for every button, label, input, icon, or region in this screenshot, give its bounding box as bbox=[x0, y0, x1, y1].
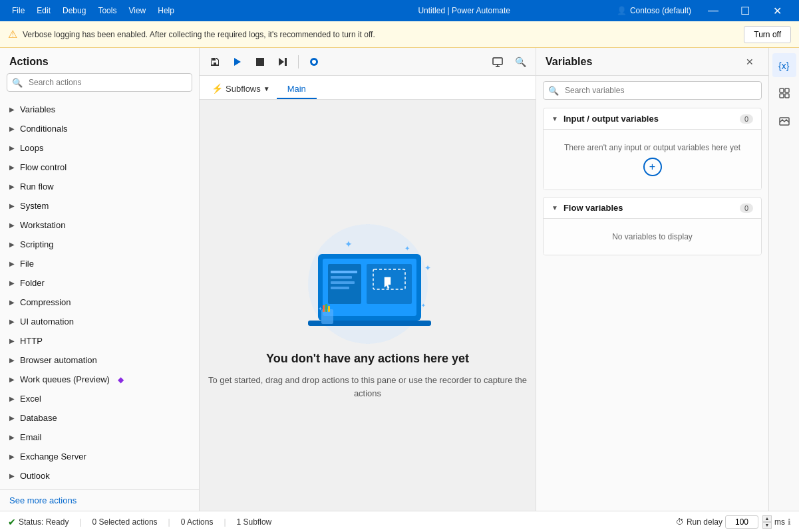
category-outlook[interactable]: ▶ Outlook bbox=[0, 466, 199, 485]
category-loops[interactable]: ▶ Loops bbox=[0, 138, 199, 158]
chevron-right-icon: ▶ bbox=[9, 106, 15, 113]
chevron-right-icon: ▶ bbox=[9, 260, 15, 267]
chevron-down-icon: ▼ bbox=[263, 85, 270, 92]
flow-variables-section-body: No variables to display bbox=[544, 219, 761, 255]
category-label: Work queues (Preview) bbox=[20, 374, 110, 384]
category-label: Excel bbox=[20, 394, 41, 404]
category-label: Browser automation bbox=[20, 355, 97, 365]
ui-elements-toggle[interactable] bbox=[772, 81, 796, 105]
search-icon: 🔍 bbox=[548, 86, 559, 96]
svg-marker-2 bbox=[279, 58, 284, 66]
chevron-right-icon: ▶ bbox=[9, 299, 15, 306]
flow-monitor-button[interactable] bbox=[488, 53, 508, 71]
main-tab[interactable]: Main bbox=[277, 80, 317, 99]
variables-close-button[interactable]: ✕ bbox=[740, 53, 759, 71]
category-compression[interactable]: ▶ Compression bbox=[0, 293, 199, 312]
category-flow-control[interactable]: ▶ Flow control bbox=[0, 158, 199, 177]
variables-search-input[interactable] bbox=[543, 81, 762, 100]
svg-rect-13 bbox=[331, 281, 355, 284]
chevron-right-icon: ▶ bbox=[9, 183, 15, 190]
category-ui-automation[interactable]: ▶ UI automation bbox=[0, 312, 199, 331]
spin-up-button[interactable]: ▲ bbox=[762, 515, 772, 522]
status-separator-1: | bbox=[79, 517, 81, 527]
run-delay-input[interactable] bbox=[725, 515, 758, 529]
chevron-right-icon: ▶ bbox=[9, 125, 15, 132]
chevron-right-icon: ▶ bbox=[9, 376, 15, 383]
category-label: Run flow bbox=[20, 182, 54, 192]
add-variable-button[interactable]: + bbox=[643, 158, 662, 176]
category-exchange-server[interactable]: ▶ Exchange Server bbox=[0, 447, 199, 466]
input-output-section-header[interactable]: ▼ Input / output variables 0 bbox=[544, 108, 761, 130]
spin-down-button[interactable]: ▼ bbox=[762, 522, 772, 529]
category-workstation[interactable]: ▶ Workstation bbox=[0, 215, 199, 235]
variables-panel-toggle[interactable]: {x} bbox=[772, 53, 796, 77]
menu-help[interactable]: Help bbox=[152, 3, 180, 18]
search-input[interactable] bbox=[7, 73, 192, 92]
svg-rect-31 bbox=[785, 94, 789, 98]
step-button[interactable] bbox=[273, 53, 293, 71]
titlebar-menu: File Edit Debug Tools View Help bbox=[7, 3, 311, 18]
svg-rect-14 bbox=[331, 287, 349, 289]
category-run-flow[interactable]: ▶ Run flow bbox=[0, 177, 199, 196]
run-button[interactable] bbox=[228, 53, 247, 71]
category-label: HTTP bbox=[20, 336, 43, 346]
info-icon: ℹ bbox=[788, 517, 791, 527]
chevron-right-icon: ▶ bbox=[9, 221, 15, 229]
statusbar: ✔ Status: Ready | 0 Selected actions | 0… bbox=[0, 511, 799, 532]
category-database[interactable]: ▶ Database bbox=[0, 408, 199, 428]
run-delay-label: Run delay bbox=[687, 517, 722, 527]
category-system[interactable]: ▶ System bbox=[0, 196, 199, 215]
run-delay-item: ⏱ Run delay ▲ ▼ ms ℹ bbox=[676, 515, 791, 529]
search-icon: 🔍 bbox=[12, 78, 23, 88]
flow-variables-section-title: Flow variables bbox=[563, 203, 734, 213]
category-variables[interactable]: ▶ Variables bbox=[0, 100, 199, 119]
category-browser-automation[interactable]: ▶ Browser automation bbox=[0, 350, 199, 370]
subflows-dropdown[interactable]: ⚡ Subflows ▼ bbox=[205, 79, 277, 99]
chevron-down-icon: ▼ bbox=[552, 115, 558, 122]
minimize-button[interactable]: — bbox=[698, 0, 728, 21]
flow-variables-empty-text: No variables to display bbox=[612, 232, 693, 241]
turn-off-button[interactable]: Turn off bbox=[744, 26, 791, 43]
stop-button[interactable] bbox=[250, 53, 270, 71]
category-label: Folder bbox=[20, 278, 45, 288]
category-http[interactable]: ▶ HTTP bbox=[0, 331, 199, 350]
close-button[interactable]: ✕ bbox=[762, 0, 792, 21]
category-label: Email bbox=[20, 432, 42, 442]
category-scripting[interactable]: ▶ Scripting bbox=[0, 235, 199, 254]
record-button[interactable] bbox=[304, 53, 324, 71]
menu-tools[interactable]: Tools bbox=[92, 3, 122, 18]
category-label: Exchange Server bbox=[20, 452, 86, 462]
status-separator-2: | bbox=[168, 517, 170, 527]
menu-edit[interactable]: Edit bbox=[31, 3, 56, 18]
maximize-button[interactable]: ☐ bbox=[730, 0, 760, 21]
images-toggle[interactable] bbox=[772, 109, 796, 133]
flow-illustration: ✦ ✦ ✦ ✦ ✦ bbox=[281, 211, 454, 344]
save-button[interactable] bbox=[205, 53, 225, 71]
svg-text:{x}: {x} bbox=[778, 61, 790, 71]
category-email[interactable]: ▶ Email bbox=[0, 428, 199, 447]
warning-icon: ⚠ bbox=[8, 28, 17, 41]
chevron-right-icon: ▶ bbox=[9, 395, 15, 402]
see-more-actions-link[interactable]: See more actions bbox=[9, 495, 77, 505]
category-label: UI automation bbox=[20, 317, 74, 327]
category-conditionals[interactable]: ▶ Conditionals bbox=[0, 119, 199, 138]
empty-flow-desc: To get started, drag and drop actions to… bbox=[200, 374, 536, 400]
category-file[interactable]: ▶ File bbox=[0, 254, 199, 273]
category-label: Compression bbox=[20, 297, 71, 307]
menu-debug[interactable]: Debug bbox=[57, 3, 91, 18]
category-excel[interactable]: ▶ Excel bbox=[0, 389, 199, 408]
subflows-label: Subflows bbox=[226, 84, 261, 94]
input-output-count-badge: 0 bbox=[740, 114, 753, 124]
menu-view[interactable]: View bbox=[123, 3, 151, 18]
chevron-right-icon: ▶ bbox=[9, 279, 15, 287]
search-flow-button[interactable]: 🔍 bbox=[510, 53, 530, 71]
category-label: Variables bbox=[20, 104, 55, 114]
svg-rect-1 bbox=[256, 58, 264, 66]
category-work-queues[interactable]: ▶ Work queues (Preview) ◆ bbox=[0, 370, 199, 389]
flow-variables-section-header[interactable]: ▼ Flow variables 0 bbox=[544, 198, 761, 219]
run-delay-spinner[interactable]: ▲ ▼ bbox=[762, 515, 772, 529]
category-label: Loops bbox=[20, 143, 43, 153]
category-folder[interactable]: ▶ Folder bbox=[0, 273, 199, 293]
chevron-right-icon: ▶ bbox=[9, 453, 15, 460]
menu-file[interactable]: File bbox=[7, 3, 30, 18]
